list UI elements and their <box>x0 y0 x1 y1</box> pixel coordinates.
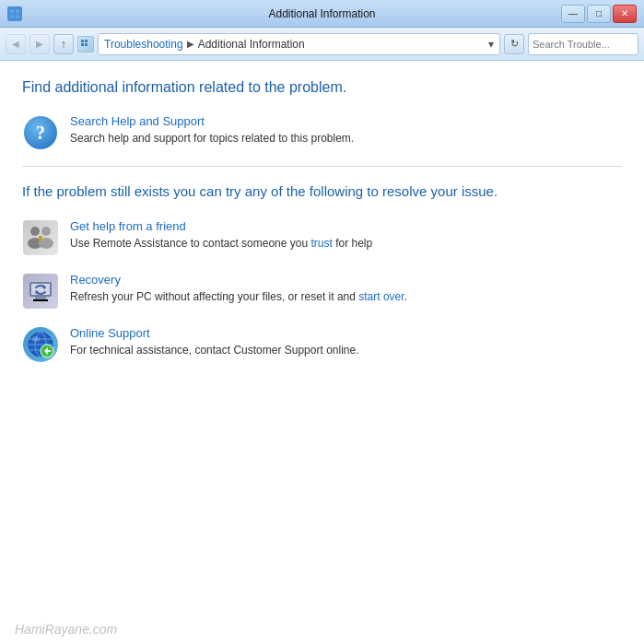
trust-word: trust <box>310 237 332 250</box>
search-help-link[interactable]: Search Help and Support <box>70 114 205 128</box>
search-help-text: Search Help and Support Search help and … <box>70 114 622 146</box>
breadcrumb-icon <box>77 36 94 53</box>
breadcrumb-current: Additional Information <box>198 38 305 51</box>
breadcrumb-separator: ▶ <box>187 39 194 49</box>
friend-help-section: Get help from a friend Use Remote Assist… <box>22 219 622 256</box>
nav-bar: ◀ ▶ ↑ Troubleshooting ▶ Additional Infor… <box>0 28 644 61</box>
svg-rect-3 <box>16 15 19 18</box>
svg-rect-7 <box>85 43 88 46</box>
breadcrumb-dropdown[interactable]: ▾ <box>488 38 494 51</box>
close-button[interactable]: ✕ <box>613 5 637 23</box>
globe-icon <box>23 327 58 362</box>
remote-assistance-icon <box>23 220 58 255</box>
svg-rect-12 <box>39 236 42 241</box>
svg-rect-1 <box>16 9 19 13</box>
minimize-button[interactable]: — <box>561 5 585 23</box>
main-heading2: If the problem still exists you can try … <box>22 181 622 203</box>
title-bar-left <box>7 6 22 21</box>
svg-rect-15 <box>35 297 46 299</box>
svg-point-10 <box>41 227 51 236</box>
online-support-text: Online Support For technical assistance,… <box>70 326 622 358</box>
main-content: Find additional information related to t… <box>0 61 644 644</box>
question-mark-icon: ? <box>24 116 57 149</box>
svg-point-8 <box>30 227 40 236</box>
main-heading1: Find additional information related to t… <box>22 79 622 96</box>
search-bar: 🔍 <box>528 33 638 55</box>
svg-rect-5 <box>85 40 88 42</box>
recovery-desc: Refresh your PC without affecting your f… <box>70 288 622 305</box>
friend-icon <box>22 219 59 256</box>
start-over-text: start over <box>358 290 404 303</box>
online-support-icon <box>22 326 59 363</box>
svg-rect-0 <box>10 9 14 13</box>
section-divider <box>22 166 622 167</box>
online-support-link[interactable]: Online Support <box>70 326 150 340</box>
friend-help-desc: Use Remote Assistance to contact someone… <box>70 235 622 252</box>
friend-help-link[interactable]: Get help from a friend <box>70 219 186 233</box>
refresh-button[interactable]: ↻ <box>504 34 524 54</box>
friend-help-text: Get help from a friend Use Remote Assist… <box>70 219 622 252</box>
maximize-button[interactable]: □ <box>587 5 611 23</box>
window-title: Additional Information <box>268 7 375 20</box>
forward-button[interactable]: ▶ <box>29 34 50 54</box>
search-help-section: ? Search Help and Support Search help an… <box>22 114 622 151</box>
help-icon: ? <box>22 114 59 151</box>
svg-rect-4 <box>81 40 84 42</box>
online-support-section: Online Support For technical assistance,… <box>22 326 622 363</box>
svg-rect-16 <box>33 299 48 301</box>
breadcrumb: Troubleshooting ▶ Additional Information… <box>98 33 500 55</box>
search-input[interactable] <box>533 39 644 50</box>
up-button[interactable]: ↑ <box>53 34 74 54</box>
recovery-text: Recovery Refresh your PC without affecti… <box>70 273 622 305</box>
online-support-desc: For technical assistance, contact Custom… <box>70 342 622 358</box>
recovery-link[interactable]: Recovery <box>70 273 121 287</box>
window-controls: — □ ✕ <box>561 5 637 23</box>
window-icon <box>7 6 22 21</box>
svg-rect-6 <box>81 43 84 46</box>
recovery-section: Recovery Refresh your PC without affecti… <box>22 273 622 310</box>
svg-point-24 <box>32 336 40 342</box>
search-help-desc: Search help and support for topics relat… <box>70 130 622 146</box>
back-button[interactable]: ◀ <box>6 34 26 54</box>
breadcrumb-parent[interactable]: Troubleshooting <box>104 38 183 51</box>
title-bar: Additional Information — □ ✕ <box>0 0 644 28</box>
recovery-icon-img <box>23 274 58 309</box>
watermark: HamiRayane.com <box>15 622 117 637</box>
svg-rect-2 <box>10 15 14 18</box>
recovery-icon <box>22 273 59 310</box>
